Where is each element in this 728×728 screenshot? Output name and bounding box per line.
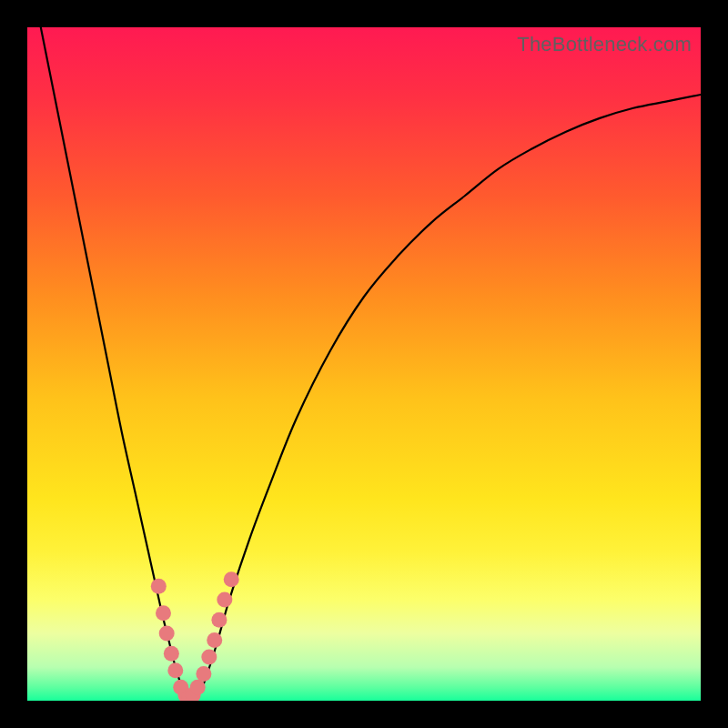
bottleneck-curve	[41, 27, 701, 699]
data-marker	[207, 632, 222, 648]
data-marker	[224, 571, 239, 587]
plot-area: TheBottleneck.com	[27, 27, 701, 701]
data-marker	[159, 626, 175, 642]
data-marker	[217, 592, 232, 608]
data-marker	[167, 662, 183, 678]
data-marker	[190, 680, 206, 695]
data-marker	[156, 605, 171, 621]
curve-layer	[27, 27, 701, 701]
data-marker	[151, 579, 167, 594]
data-marker	[201, 649, 217, 664]
chart-frame: TheBottleneck.com	[0, 0, 728, 728]
data-marker	[196, 666, 211, 682]
data-marker	[164, 646, 179, 662]
watermark-text: TheBottleneck.com	[517, 33, 692, 56]
data-marker	[211, 612, 227, 628]
curve-markers	[151, 571, 239, 701]
